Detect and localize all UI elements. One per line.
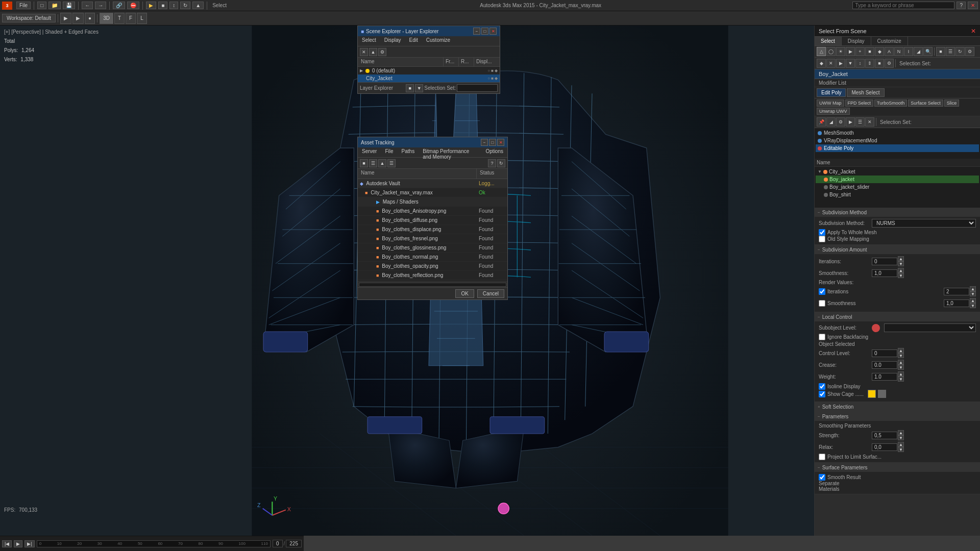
sfs-systems-btn[interactable]: ◆ <box>875 47 884 56</box>
tab-unwrap-uvw[interactable]: Unwrap UWV <box>817 108 850 115</box>
isoline-checkbox[interactable] <box>819 383 825 390</box>
render-btn[interactable]: ▶ <box>72 13 84 24</box>
at-row-map-4[interactable]: ■ Boy_clothes_glossiness.png Found <box>358 243 507 253</box>
se-display-menu[interactable]: Display <box>380 36 405 46</box>
strength-down-btn[interactable]: ▼ <box>898 435 904 440</box>
smooth-down-btn[interactable]: ▼ <box>898 273 904 278</box>
timeline-prev-btn[interactable]: |◀ <box>2 540 12 547</box>
selection-set-input[interactable] <box>457 84 498 92</box>
at-refresh-btn[interactable]: ↻ <box>497 159 505 167</box>
sfs-close-btn[interactable]: ✕ <box>971 28 976 35</box>
se-footer-btn1[interactable]: ■ <box>406 84 414 92</box>
at-row-vault[interactable]: ◆ Autodesk Vault Logg... <box>358 179 507 188</box>
sfs-expand-btn[interactable]: ▶ <box>836 59 845 68</box>
save-btn[interactable]: 💾 <box>63 2 75 9</box>
at-help-btn[interactable]: ? <box>488 159 496 167</box>
sfs-options2-btn[interactable]: ⚙ <box>885 59 894 68</box>
at-tool-1[interactable]: ■ <box>360 159 368 167</box>
tree-vis-2[interactable]: ○ <box>487 76 490 81</box>
sub-method-dropdown[interactable]: NURMS <box>872 219 976 228</box>
subobj-dropdown[interactable] <box>884 323 976 332</box>
mod-delete-btn[interactable]: ✕ <box>865 117 874 127</box>
iterations-input[interactable]: 0 <box>872 258 897 265</box>
tree-freeze-2[interactable]: ■ <box>491 76 494 81</box>
at-row-map-7[interactable]: ■ Boy_clothes_reflection.png Found <box>358 271 507 280</box>
redo-btn[interactable]: → <box>95 2 106 9</box>
sfs-sort-btn[interactable]: ↕ <box>855 59 865 68</box>
render-iter-checkbox[interactable] <box>819 288 825 295</box>
select-link-btn[interactable]: 🔗 <box>113 2 125 9</box>
at-row-map-3[interactable]: ■ Boy_clothes_fresnel.png Found <box>358 234 507 243</box>
clevel-down-btn[interactable]: ▼ <box>898 353 904 358</box>
at-file-menu[interactable]: File <box>381 147 397 157</box>
mod-expand-btn[interactable]: ▶ <box>846 117 855 127</box>
mod-funnel-btn[interactable]: ◢ <box>826 117 836 127</box>
at-restore-btn[interactable]: □ <box>489 139 496 146</box>
parameters-header[interactable]: − Parameters <box>815 412 980 421</box>
tab-uww-map[interactable]: UWW Map <box>817 99 844 107</box>
se-tool-2[interactable]: ▲ <box>369 48 377 56</box>
weight-input[interactable]: 1.0 <box>872 373 897 381</box>
sfs-refresh-btn[interactable]: ↻ <box>955 47 965 56</box>
left-btn[interactable]: L <box>137 13 147 24</box>
tree-boy-jacket[interactable]: Boy_jacket <box>816 176 979 183</box>
subdivision-amount-header[interactable]: − Subdivision Amount <box>815 245 980 254</box>
sfs-light-btn[interactable]: ☀ <box>836 47 845 56</box>
help-btn[interactable]: ? <box>957 2 966 9</box>
frame-total[interactable]: 225 <box>286 540 302 547</box>
search-input[interactable] <box>852 2 954 9</box>
relax-up-btn[interactable]: ▲ <box>898 442 904 447</box>
rsmooth-up-btn[interactable]: ▲ <box>970 298 976 303</box>
crease-input[interactable]: 0.0 <box>872 361 897 369</box>
sfs-shape-btn[interactable]: ◯ <box>826 47 836 56</box>
tab-edit-poly[interactable]: Edit Poly <box>817 88 846 97</box>
sfs-none-btn[interactable]: N <box>894 47 903 56</box>
cage-color-swatch-2[interactable] <box>878 390 886 398</box>
project-limit-checkbox[interactable] <box>819 454 825 460</box>
at-server-menu[interactable]: Server <box>358 147 381 157</box>
clevel-up-btn[interactable]: ▲ <box>898 348 904 353</box>
file-menu[interactable]: File <box>16 2 31 9</box>
se-tool-1[interactable]: ✕ <box>360 48 368 56</box>
sfs-close2-btn[interactable]: ✕ <box>826 59 836 68</box>
frame-current[interactable]: 0 <box>273 540 283 547</box>
at-hscroll[interactable] <box>358 281 507 287</box>
at-row-map-0[interactable]: ■ Boy_clothes_Anisotropy.png Found <box>358 207 507 216</box>
sfs-spacewarp-btn[interactable]: ■ <box>865 47 874 56</box>
tab-slice[interactable]: Slice <box>944 99 960 107</box>
weight-up-btn[interactable]: ▲ <box>898 371 904 377</box>
sfs-options-btn[interactable]: ⚙ <box>965 47 974 56</box>
sfs-sort2-btn[interactable]: ⇕ <box>865 59 874 68</box>
at-minimize-btn[interactable]: − <box>481 139 488 146</box>
sfs-layer-btn[interactable]: ☰ <box>946 47 955 56</box>
se-tool-3[interactable]: ⚙ <box>378 48 386 56</box>
move-btn[interactable]: ↕ <box>169 2 178 9</box>
minimize-btn[interactable]: − <box>473 28 480 35</box>
sfs-camera-btn[interactable]: ▶ <box>846 47 855 56</box>
at-bitmap-menu[interactable]: Bitmap Performance and Memory <box>419 147 481 157</box>
tree-freeze-1[interactable]: ■ <box>491 68 494 73</box>
tab-fpd-select[interactable]: FPD Select <box>845 99 874 107</box>
at-row-map-6[interactable]: ■ Boy_clothes_opacity.png Found <box>358 262 507 271</box>
render-setup-btn[interactable]: ▶ <box>60 13 71 24</box>
undo-btn[interactable]: ← <box>82 2 93 9</box>
at-options-menu[interactable]: Options <box>482 147 507 157</box>
top-btn[interactable]: T <box>114 13 125 24</box>
at-row-map-2[interactable]: ■ Boy_clothes_displace.png Found <box>358 225 507 234</box>
close-btn[interactable]: ✕ <box>968 2 978 9</box>
at-row-map-5[interactable]: ■ Boy_clothes_normal.png Found <box>358 253 507 262</box>
render-frame-btn[interactable]: ● <box>85 13 95 24</box>
open-btn[interactable]: 📁 <box>48 2 61 9</box>
timeline-play-btn[interactable]: ▶ <box>14 540 22 547</box>
stack-vray-disp[interactable]: VRayDisplacementMod <box>816 137 979 144</box>
weight-down-btn[interactable]: ▼ <box>898 377 904 382</box>
se-item-city-jacket[interactable]: City_Jacket ○ ■ ◆ <box>358 74 500 82</box>
stack-editable-poly[interactable]: Editable Poly <box>816 144 979 152</box>
mod-list-btn[interactable]: ☰ <box>855 117 865 127</box>
select-btn[interactable]: ▶ <box>146 2 156 9</box>
at-hscroll-track[interactable] <box>359 283 506 287</box>
apply-whole-mesh-checkbox[interactable] <box>819 229 825 236</box>
sfs-unhide-btn[interactable]: ◆ <box>817 59 826 68</box>
control-level-input[interactable]: 0 <box>872 349 897 357</box>
perspective-btn[interactable]: 3D <box>100 13 113 24</box>
